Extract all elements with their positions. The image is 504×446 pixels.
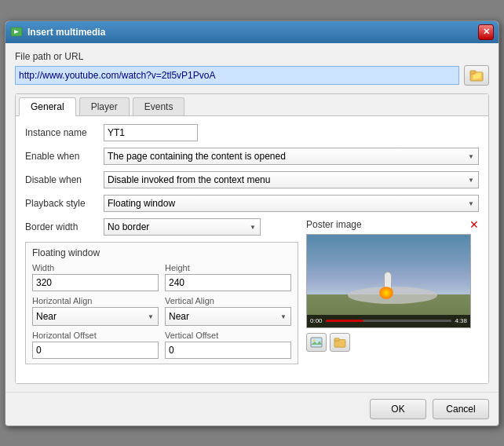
h-align-select[interactable]: Near Center Far <box>32 307 159 326</box>
poster-label-row: Poster image ✕ <box>306 218 479 231</box>
enable-when-label: Enable when <box>25 151 104 162</box>
v-align-label: Vertical Align <box>165 296 291 305</box>
instance-name-control <box>104 124 479 141</box>
v-offset-input[interactable] <box>165 342 291 359</box>
tab-content-general: Instance name Enable when The page conta… <box>16 116 488 383</box>
browse-icon: 📁 <box>469 69 484 82</box>
url-input[interactable] <box>15 66 459 85</box>
instance-name-row: Instance name <box>25 124 479 141</box>
instance-name-input[interactable] <box>104 124 198 141</box>
v-align-select[interactable]: Near Center Far <box>165 307 291 326</box>
tab-general[interactable]: General <box>19 97 76 116</box>
width-input[interactable] <box>32 274 159 291</box>
height-label: Height <box>165 263 291 272</box>
poster-image: 0:00 4:38 <box>306 234 471 328</box>
enable-when-select[interactable]: The page containing the content is opene… <box>104 148 479 165</box>
left-col: Border width No border 1px 2px <box>25 218 298 364</box>
title-bar: Insert multimedia ✕ <box>5 21 499 43</box>
disable-when-select[interactable]: Disable invoked from the context menu Ma… <box>104 171 479 188</box>
enable-when-wrapper: The page containing the content is opene… <box>104 148 479 165</box>
border-width-row: Border width No border 1px 2px <box>25 218 298 236</box>
width-col: Width <box>32 263 159 291</box>
ok-button[interactable]: OK <box>370 399 426 419</box>
align-row: Horizontal Align Near Center Far <box>32 296 291 326</box>
cancel-button[interactable]: Cancel <box>433 399 489 419</box>
browse-button[interactable]: 📁 <box>464 65 489 86</box>
poster-browse-button[interactable] <box>330 333 350 352</box>
file-path-label: File path or URL <box>15 51 489 62</box>
playback-style-wrapper: Floating window Embedded <box>104 195 479 212</box>
border-width-select[interactable]: No border 1px 2px <box>104 218 261 236</box>
wh-row: Width Height <box>32 263 291 291</box>
offset-row: Horizontal Offset Vertical Offset <box>32 331 291 359</box>
height-col: Height <box>165 263 291 291</box>
poster-image-inner: 0:00 4:38 <box>307 235 470 327</box>
v-offset-label: Vertical Offset <box>165 331 291 340</box>
floating-window-group: Floating window Width Height <box>25 242 298 364</box>
url-row: 📁 <box>15 65 489 86</box>
h-align-col: Horizontal Align Near Center Far <box>32 296 159 326</box>
rocket-flame <box>379 287 393 299</box>
poster-image-label: Poster image <box>306 219 362 230</box>
height-input[interactable] <box>165 274 291 291</box>
svg-text:📁: 📁 <box>471 69 483 81</box>
h-align-label: Horizontal Align <box>32 296 159 305</box>
h-offset-label: Horizontal Offset <box>32 331 159 340</box>
delete-poster-button[interactable]: ✕ <box>469 218 479 231</box>
tab-bar: General Player Events <box>16 94 488 116</box>
tab-events[interactable]: Events <box>133 97 185 115</box>
floating-window-group-title: Floating window <box>32 247 291 258</box>
playback-style-select[interactable]: Floating window Embedded <box>104 195 479 212</box>
width-label: Width <box>32 263 159 272</box>
insert-multimedia-dialog: Insert multimedia ✕ File path or URL 📁 G… <box>5 20 499 426</box>
disable-when-wrapper: Disable invoked from the context menu Ma… <box>104 171 479 188</box>
poster-select-button[interactable] <box>306 333 327 352</box>
video-duration: 4:38 <box>455 317 467 324</box>
h-offset-col: Horizontal Offset <box>32 331 159 359</box>
tabs-container: General Player Events Instance name Enab… <box>15 93 489 384</box>
poster-buttons <box>306 333 479 352</box>
disable-when-row: Disable when Disable invoked from the co… <box>25 171 479 188</box>
svg-point-6 <box>313 339 316 342</box>
poster-browse-icon <box>334 337 346 348</box>
h-align-wrapper: Near Center Far <box>32 307 159 326</box>
video-controls-bar: 0:00 4:38 <box>307 315 470 327</box>
video-progress-fill <box>326 320 363 322</box>
video-timestamp: 0:00 <box>310 317 323 324</box>
poster-select-icon <box>310 337 323 348</box>
instance-name-label: Instance name <box>25 127 104 138</box>
playback-style-row: Playback style Floating window Embedded <box>25 195 479 212</box>
window-icon <box>10 26 23 38</box>
poster-section: Poster image ✕ <box>306 218 479 352</box>
window-body: File path or URL 📁 General Player Events <box>5 43 499 392</box>
tab-player[interactable]: Player <box>79 97 130 115</box>
border-width-label: Border width <box>25 221 104 232</box>
h-offset-input[interactable] <box>32 342 159 359</box>
playback-style-label: Playback style <box>25 198 104 209</box>
border-width-wrapper: No border 1px 2px <box>104 218 261 236</box>
disable-when-label: Disable when <box>25 174 104 185</box>
right-col: Poster image ✕ <box>306 218 479 364</box>
two-col-area: Border width No border 1px 2px <box>25 218 479 364</box>
v-offset-col: Vertical Offset <box>165 331 291 359</box>
bottom-bar: OK Cancel <box>5 392 499 426</box>
enable-when-row: Enable when The page containing the cont… <box>25 148 479 165</box>
svg-rect-9 <box>334 338 339 341</box>
v-align-col: Vertical Align Near Center Far <box>165 296 291 326</box>
title-bar-left: Insert multimedia <box>10 26 105 38</box>
window-title: Insert multimedia <box>27 27 105 38</box>
v-align-wrapper: Near Center Far <box>165 307 291 326</box>
close-button[interactable]: ✕ <box>478 24 494 40</box>
video-progress-bar <box>326 320 452 322</box>
